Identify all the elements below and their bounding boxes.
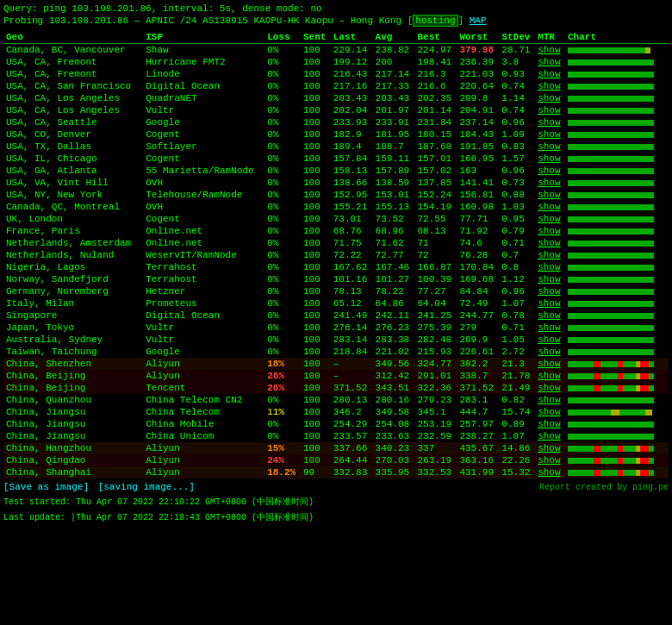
mtr-cell[interactable]: show <box>535 430 565 442</box>
geo-cell: Netherlands, Amsterdam <box>3 237 143 249</box>
chart-cell <box>565 430 669 442</box>
mtr-cell[interactable]: show <box>535 309 565 322</box>
mtr-cell[interactable]: show <box>535 44 565 57</box>
geo-cell: China, Beijing <box>3 370 143 382</box>
probe-line: Probing 103.198.201.86 — APNIC /24 AS138… <box>3 16 669 26</box>
avg-cell: 157.89 <box>373 165 415 177</box>
loss-cell: 26% <box>264 382 301 394</box>
loss-cell: 0% <box>264 225 301 237</box>
mtr-cell[interactable]: show <box>535 237 565 249</box>
mtr-cell[interactable]: show <box>535 153 565 165</box>
worst-cell: 338.7 <box>457 370 499 382</box>
avg-cell: 238.82 <box>373 44 415 57</box>
best-cell: 216.3 <box>415 68 457 80</box>
last-cell: 233.57 <box>331 430 373 442</box>
mtr-cell[interactable]: show <box>535 141 565 153</box>
best-cell: 224.97 <box>415 44 457 57</box>
loss-cell: 18.2% <box>264 466 301 478</box>
mtr-cell[interactable]: show <box>535 249 565 261</box>
mtr-cell[interactable]: show <box>535 128 565 141</box>
mtr-cell[interactable]: show <box>535 358 565 370</box>
chart-cell <box>565 394 669 406</box>
table-row: Italy, MilanPrometeus0%10065.1264.8664.0… <box>3 297 669 309</box>
table-row: USA, VA, Vint HillOVH0%100138.66138.5913… <box>3 177 669 189</box>
mtr-cell[interactable]: show <box>535 201 565 213</box>
save-image-link[interactable]: [Save as image] <box>3 482 89 492</box>
last-cell: 229.14 <box>331 44 373 57</box>
best-cell: 71 <box>415 237 457 249</box>
table-row: Norway, SandefjordTerrahost0%100101.1610… <box>3 273 669 285</box>
isp-cell: Aliyun <box>143 370 264 382</box>
mtr-cell[interactable]: show <box>535 442 565 454</box>
mtr-cell[interactable]: show <box>535 285 565 297</box>
loss-cell: 0% <box>264 322 301 334</box>
last-cell: 138.66 <box>331 177 373 189</box>
mtr-cell[interactable]: show <box>535 116 565 128</box>
sent-cell: 100 <box>301 382 331 394</box>
mtr-cell[interactable]: show <box>535 56 565 68</box>
avg-cell: 270.03 <box>373 454 415 466</box>
loss-cell: 0% <box>264 104 301 116</box>
mtr-cell[interactable]: show <box>535 346 565 358</box>
mtr-cell[interactable]: show <box>535 177 565 189</box>
isp-cell: China Unicom <box>143 430 264 442</box>
mtr-cell[interactable]: show <box>535 334 565 346</box>
isp-cell: OVH <box>143 201 264 213</box>
avg-cell: 181.95 <box>373 128 415 141</box>
avg-cell: 101.27 <box>373 273 415 285</box>
mtr-cell[interactable]: show <box>535 406 565 418</box>
loss-cell: 11% <box>264 406 301 418</box>
geo-cell: Taiwan, Taichung <box>3 346 143 358</box>
geo-cell: China, Jiangsu <box>3 430 143 442</box>
avg-cell: 217.14 <box>373 68 415 80</box>
mtr-cell[interactable]: show <box>535 418 565 430</box>
worst-cell: 77.71 <box>457 213 499 225</box>
col-header-best: Best <box>415 31 457 44</box>
best-cell: 232.59 <box>415 430 457 442</box>
worst-cell: 236.39 <box>457 56 499 68</box>
best-cell: 202.35 <box>415 92 457 104</box>
mtr-cell[interactable]: show <box>535 213 565 225</box>
mtr-cell[interactable]: show <box>535 189 565 201</box>
mtr-cell[interactable]: show <box>535 382 565 394</box>
mtr-cell[interactable]: show <box>535 297 565 309</box>
geo-cell: China, Shenzhen <box>3 358 143 370</box>
mtr-cell[interactable]: show <box>535 68 565 80</box>
chart-cell <box>565 68 669 80</box>
geo-cell: USA, CA, Los Angeles <box>3 104 143 116</box>
best-cell: 216.6 <box>415 80 457 92</box>
mtr-cell[interactable]: show <box>535 80 565 92</box>
worst-cell: 166.95 <box>457 153 499 165</box>
mtr-cell[interactable]: show <box>535 92 565 104</box>
loss-cell: 24% <box>264 454 301 466</box>
mtr-cell[interactable]: show <box>535 394 565 406</box>
loss-cell: 0% <box>264 189 301 201</box>
mtr-cell[interactable]: show <box>535 165 565 177</box>
sent-cell: 100 <box>301 334 331 346</box>
table-row: Nigeria, LagosTerrahost0%100167.62167.46… <box>3 261 669 273</box>
loss-cell: 0% <box>264 177 301 189</box>
isp-cell: China Mobile <box>143 418 264 430</box>
mtr-cell[interactable]: show <box>535 261 565 273</box>
best-cell: 231.84 <box>415 116 457 128</box>
last-cell: 203.43 <box>331 92 373 104</box>
last-cell: 241.49 <box>331 309 373 322</box>
table-row: China, JiangsuChina Telecom11%100346.234… <box>3 406 669 418</box>
map-link[interactable]: MAP <box>470 16 487 26</box>
mtr-cell[interactable]: show <box>535 322 565 334</box>
isp-cell: China Telecom CN2 <box>143 394 264 406</box>
mtr-cell[interactable]: show <box>535 454 565 466</box>
loss-cell: 0% <box>264 285 301 297</box>
mtr-cell[interactable]: show <box>535 104 565 116</box>
mtr-cell[interactable]: show <box>535 273 565 285</box>
mtr-cell[interactable]: show <box>535 466 565 478</box>
isp-cell: Online.net <box>143 225 264 237</box>
geo-cell: Japan, Tokyo <box>3 322 143 334</box>
mtr-cell[interactable]: show <box>535 225 565 237</box>
chart-cell <box>565 285 669 297</box>
chart-cell <box>565 309 669 322</box>
loss-cell: 0% <box>264 116 301 128</box>
mtr-cell[interactable]: show <box>535 370 565 382</box>
worst-cell: 444.7 <box>457 406 499 418</box>
last-cell: 157.84 <box>331 153 373 165</box>
